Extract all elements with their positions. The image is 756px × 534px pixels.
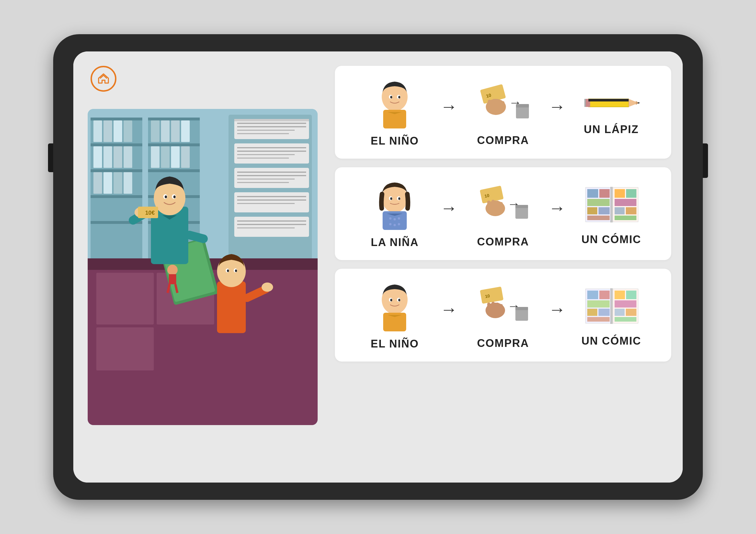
- svg-rect-148: [626, 189, 636, 198]
- svg-rect-133: [500, 202, 503, 207]
- object-2: UN CÓMIC: [566, 182, 657, 246]
- comic-image-1: [583, 182, 640, 227]
- svg-rect-147: [614, 189, 625, 198]
- tablet-device: 10€: [53, 34, 703, 500]
- svg-rect-168: [500, 304, 503, 309]
- svg-point-123: [389, 223, 392, 225]
- home-button[interactable]: [91, 66, 117, 92]
- svg-rect-139: [587, 189, 598, 198]
- svg-rect-12: [94, 146, 102, 168]
- svg-rect-61: [96, 273, 154, 325]
- svg-point-66: [167, 265, 178, 275]
- svg-rect-22: [148, 144, 200, 146]
- svg-point-74: [165, 196, 167, 198]
- arrow-2b: →: [549, 198, 566, 229]
- svg-rect-143: [599, 207, 610, 214]
- answer-card-3[interactable]: EL NIÑO → 10: [335, 269, 671, 361]
- svg-rect-67: [169, 274, 176, 284]
- answer-card-2[interactable]: LA NIÑA → 10: [335, 167, 671, 260]
- svg-rect-26: [151, 120, 160, 142]
- answer-card-1[interactable]: EL NIÑO → 10: [335, 66, 671, 159]
- svg-point-86: [235, 270, 237, 272]
- svg-rect-28: [171, 120, 180, 142]
- svg-rect-21: [148, 118, 200, 120]
- svg-rect-177: [587, 309, 597, 316]
- svg-rect-100: [492, 99, 496, 106]
- svg-rect-183: [626, 291, 636, 299]
- svg-text:10: 10: [484, 193, 490, 198]
- svg-point-85: [227, 270, 229, 272]
- svg-rect-8: [94, 120, 102, 142]
- buy-action-image-2: 10 →: [476, 180, 530, 230]
- svg-rect-3: [91, 118, 142, 120]
- svg-rect-132: [496, 200, 499, 207]
- svg-point-92: [391, 96, 392, 98]
- right-panel: EL NIÑO → 10: [323, 51, 683, 483]
- svg-rect-178: [599, 309, 610, 316]
- home-icon: [96, 71, 111, 87]
- svg-rect-174: [587, 291, 598, 299]
- svg-rect-161: [480, 286, 503, 304]
- svg-rect-51: [234, 192, 309, 212]
- svg-rect-150: [614, 207, 625, 214]
- arrow-1b: →: [549, 96, 566, 128]
- svg-rect-113: [588, 99, 629, 101]
- subject-1: EL NIÑO: [349, 77, 440, 147]
- buy-action-image-1: 10 →: [476, 78, 530, 128]
- svg-point-88: [261, 282, 273, 292]
- svg-rect-165: [487, 303, 490, 309]
- svg-point-125: [398, 223, 400, 225]
- svg-rect-184: [614, 300, 636, 307]
- svg-rect-6: [91, 195, 142, 198]
- verb-1: 10 →: [458, 78, 549, 147]
- object-label-1: UN LÁPIZ: [584, 123, 639, 136]
- boy-yellow-image-2: [369, 280, 420, 332]
- svg-rect-41: [234, 144, 309, 164]
- svg-rect-31: [161, 146, 170, 168]
- comic-image-2: [583, 283, 640, 329]
- svg-rect-188: [611, 288, 613, 324]
- svg-rect-171: [515, 307, 528, 310]
- svg-rect-55: [234, 217, 309, 237]
- svg-rect-130: [487, 200, 490, 207]
- screen: 10€: [73, 51, 683, 483]
- girl-blue-image: [369, 179, 420, 230]
- svg-rect-175: [599, 291, 610, 299]
- svg-rect-105: [516, 104, 529, 107]
- arrow-2: →: [440, 198, 458, 229]
- subject-label-1: EL NIÑO: [371, 135, 419, 147]
- svg-rect-11: [123, 120, 132, 142]
- arrow-3: →: [440, 300, 458, 331]
- svg-rect-13: [103, 146, 112, 168]
- verb-2: 10 → COMPRA: [458, 180, 549, 248]
- subject-3: EL NIÑO: [349, 280, 440, 350]
- verb-label-2: COMPRA: [477, 236, 529, 248]
- svg-rect-63: [96, 327, 154, 370]
- svg-rect-33: [181, 146, 190, 168]
- svg-point-122: [398, 217, 400, 220]
- arrow-3b: →: [549, 300, 566, 331]
- svg-rect-144: [587, 216, 610, 220]
- svg-rect-136: [515, 205, 528, 208]
- svg-rect-18: [114, 172, 122, 194]
- svg-rect-36: [234, 119, 309, 121]
- object-label-2: UN CÓMIC: [581, 233, 641, 246]
- svg-rect-166: [492, 302, 495, 309]
- svg-rect-151: [626, 207, 636, 214]
- svg-rect-19: [123, 172, 132, 194]
- subject-2: LA NIÑA: [349, 179, 440, 249]
- svg-rect-99: [488, 100, 491, 106]
- svg-marker-110: [638, 102, 640, 104]
- svg-rect-35: [234, 119, 309, 139]
- svg-point-120: [389, 217, 392, 220]
- svg-point-124: [393, 224, 396, 226]
- svg-rect-131: [492, 200, 495, 207]
- object-1: UN LÁPIZ: [566, 89, 657, 136]
- svg-point-159: [398, 299, 400, 301]
- svg-rect-140: [599, 189, 610, 198]
- svg-rect-176: [587, 300, 610, 307]
- svg-point-75: [173, 196, 176, 198]
- subject-label-2: LA NIÑA: [371, 236, 419, 249]
- object-3: UN CÓMIC: [566, 283, 657, 347]
- object-label-3: UN CÓMIC: [581, 335, 641, 347]
